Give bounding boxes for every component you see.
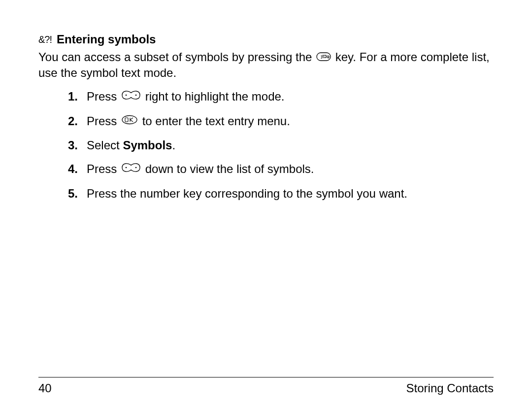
svg-text:1: 1: [320, 54, 323, 60]
svg-point-14: [131, 170, 132, 171]
section-heading: &?! Entering symbols: [38, 32, 494, 47]
ok-key-icon: [121, 113, 138, 128]
heading-title: Entering symbols: [57, 32, 156, 47]
step-bold: Symbols: [123, 138, 172, 152]
svg-point-5: [126, 94, 127, 96]
page-footer: 40 Storing Contacts: [38, 377, 494, 395]
steps-list: Press right to highlight the mode. Press: [38, 89, 494, 201]
dpad-icon: [121, 162, 141, 176]
svg-rect-10: [125, 118, 128, 122]
page-number: 40: [38, 381, 52, 395]
step-5: Press the number key corresponding to th…: [68, 186, 494, 201]
step-text: Select: [87, 138, 123, 152]
step-text: down to view the list of symbols.: [145, 162, 314, 175]
svg-point-7: [131, 92, 132, 93]
step-4: Press down to view the list of symbols.: [68, 162, 494, 177]
one-key-icon: 1 @: [316, 50, 331, 65]
svg-point-6: [135, 94, 137, 96]
step-text: right to highlight the mode.: [145, 90, 285, 103]
svg-point-9: [122, 116, 137, 124]
symbols-icon: &?!: [38, 33, 52, 46]
step-text: Press: [87, 114, 120, 128]
step-text: Press: [87, 162, 120, 175]
step-2: Press to enter the text entry menu.: [68, 114, 494, 130]
svg-point-13: [131, 165, 132, 166]
step-text: Press the number key corresponding to th…: [87, 187, 407, 200]
step-text: .: [172, 138, 175, 152]
svg-point-12: [135, 167, 137, 169]
svg-text:@: @: [327, 55, 330, 58]
section-name: Storing Contacts: [406, 381, 494, 395]
footer-divider: [38, 377, 494, 377]
step-1: Press right to highlight the mode.: [68, 89, 494, 105]
intro-paragraph: You can access a subset of symbols by pr…: [38, 50, 494, 80]
dpad-icon: [121, 89, 141, 104]
step-text: to enter the text entry menu.: [142, 114, 290, 128]
svg-point-8: [131, 97, 132, 98]
svg-point-11: [126, 167, 127, 169]
intro-part1: You can access a subset of symbols by pr…: [38, 50, 315, 64]
step-3: Select Symbols.: [68, 138, 494, 153]
step-text: Press: [87, 90, 120, 103]
